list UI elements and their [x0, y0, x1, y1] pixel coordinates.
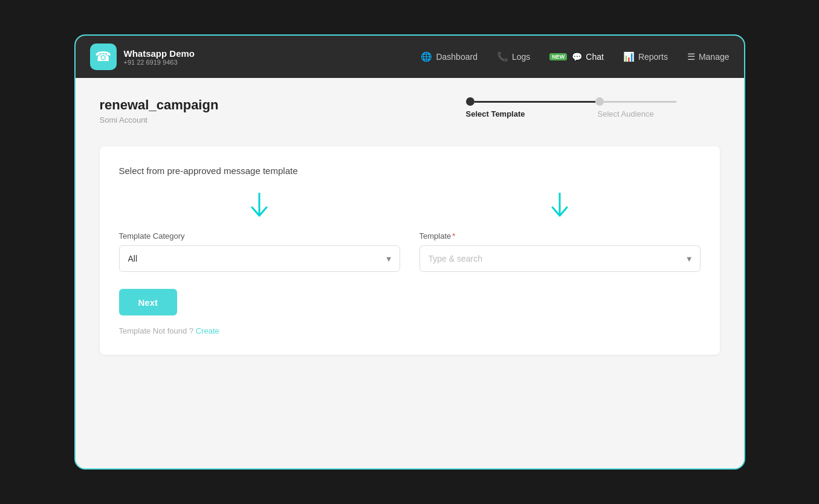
template-group: Template* ▼ — [419, 193, 701, 272]
account-name: Somi Account — [100, 115, 466, 124]
create-link[interactable]: Create — [196, 326, 219, 335]
nav-dashboard[interactable]: 🌐 Dashboard — [421, 51, 477, 62]
dashboard-label: Dashboard — [436, 52, 477, 62]
category-select[interactable]: All Marketing Utility Authentication — [119, 245, 400, 272]
section-title: Select from pre-approved message templat… — [119, 166, 701, 176]
chat-icon: 💬 — [572, 52, 582, 62]
step2-dot — [595, 97, 604, 106]
header-left: renewal_campaign Somi Account — [100, 97, 466, 124]
category-group: Template Category All Marketing Utility … — [119, 193, 400, 272]
brand-subtitle: +91 22 6919 9463 — [124, 59, 195, 66]
logs-icon: 📞 — [497, 51, 508, 62]
main-content: renewal_campaign Somi Account Select Tem… — [76, 78, 744, 468]
logs-label: Logs — [512, 52, 530, 62]
form-section: Select from pre-approved message templat… — [100, 146, 720, 355]
phone-icon: ☎ — [95, 49, 111, 65]
form-actions: Next Template Not found ? Create — [119, 272, 701, 335]
template-select-wrapper: ▼ — [419, 245, 701, 272]
stepper-dots — [466, 97, 676, 106]
template-label: Template* — [419, 231, 701, 241]
template-search-input[interactable] — [419, 245, 701, 272]
app-logo: ☎ — [90, 44, 117, 70]
nav-chat[interactable]: NEW 💬 Chat — [549, 52, 604, 62]
not-found-text: Template Not found ? Create — [119, 326, 219, 335]
campaign-name: renewal_campaign — [100, 97, 466, 113]
dashboard-icon: 🌐 — [421, 51, 432, 62]
manage-icon: ☰ — [687, 51, 695, 62]
category-label: Template Category — [119, 231, 400, 241]
form-row: Template Category All Marketing Utility … — [119, 193, 701, 272]
category-select-wrapper: All Marketing Utility Authentication ▼ — [119, 245, 400, 272]
step-line — [474, 101, 595, 103]
stepper: Select Template Select Audience — [466, 97, 720, 118]
nav-links: 🌐 Dashboard 📞 Logs NEW 💬 Chat 📊 Reports … — [421, 51, 729, 62]
nav-manage[interactable]: ☰ Manage — [687, 51, 730, 62]
page-header: renewal_campaign Somi Account Select Tem… — [100, 97, 720, 124]
reports-label: Reports — [638, 52, 668, 62]
nav-reports[interactable]: 📊 Reports — [623, 51, 668, 62]
step1-label: Select Template — [466, 109, 525, 118]
new-badge: NEW — [549, 53, 567, 60]
app-window: ☎ Whatsapp Demo +91 22 6919 9463 🌐 Dashb… — [74, 34, 745, 470]
chat-label: Chat — [586, 52, 604, 62]
template-arrow — [419, 193, 701, 222]
step-line2 — [604, 101, 676, 103]
manage-label: Manage — [699, 52, 730, 62]
nav-logs[interactable]: 📞 Logs — [497, 51, 530, 62]
category-arrow — [119, 193, 400, 222]
stepper-labels: Select Template Select Audience — [466, 109, 720, 118]
nav-brand: ☎ Whatsapp Demo +91 22 6919 9463 — [90, 44, 195, 70]
nav-bar: ☎ Whatsapp Demo +91 22 6919 9463 🌐 Dashb… — [76, 36, 744, 78]
step2-label: Select Audience — [598, 109, 654, 118]
brand-text: Whatsapp Demo +91 22 6919 9463 — [124, 48, 195, 66]
next-button[interactable]: Next — [119, 289, 178, 315]
step1-dot — [466, 97, 474, 106]
brand-title: Whatsapp Demo — [124, 48, 195, 59]
reports-icon: 📊 — [623, 51, 635, 62]
